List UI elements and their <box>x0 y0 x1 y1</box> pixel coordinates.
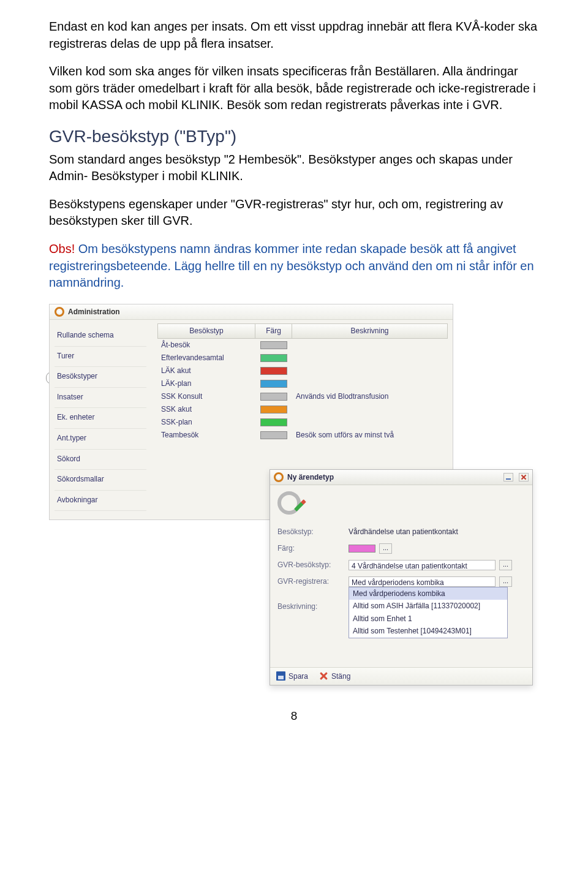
sidebar-item[interactable]: Ant.typer <box>55 429 146 450</box>
gvrbesokstyp-picker-button[interactable]: ... <box>499 560 512 570</box>
color-swatch <box>260 393 287 401</box>
dialog-title-text: Ny ärendetyp <box>287 472 334 483</box>
cell-color <box>255 380 292 388</box>
color-swatch <box>260 406 287 413</box>
input-gvrbesokstyp[interactable]: 4 Vårdhändelse utan patientkontakt <box>349 560 496 570</box>
label-farg: Färg: <box>277 543 345 554</box>
sidebar-item[interactable]: Insatser <box>55 388 146 409</box>
sidebar-item[interactable]: Ek. enheter <box>55 408 146 429</box>
col-besokstyp[interactable]: Besökstyp <box>157 323 255 339</box>
color-swatch <box>260 418 287 426</box>
gear-icon <box>274 472 284 482</box>
table-row[interactable]: SSK akut <box>157 403 448 416</box>
save-button[interactable]: Spara <box>276 671 308 682</box>
cell-color <box>255 367 292 375</box>
gvrregistrera-picker-button[interactable]: ... <box>499 576 512 587</box>
page-number: 8 <box>49 708 539 724</box>
dropdown-option[interactable]: Med vårdperiodens kombika <box>349 587 507 600</box>
value-besokstyp[interactable]: Vårdhändelse utan patientkontakt <box>349 527 525 537</box>
dialog-title-bar[interactable]: Ny ärendetyp <box>270 470 532 486</box>
para-besokstyp-1: Som standard anges besökstyp "2 Hembesök… <box>49 151 539 185</box>
color-swatch[interactable] <box>349 545 375 553</box>
heading-gvr-besokstyp: GVR-besökstyp ("BTyp") <box>49 125 539 149</box>
sidebar-item[interactable]: Sökord <box>55 450 146 470</box>
table-row[interactable]: SSK-plan <box>157 416 448 429</box>
sidebar-item[interactable]: Besökstyper <box>55 367 146 388</box>
minimize-icon[interactable] <box>503 473 513 481</box>
close-icon[interactable] <box>519 473 529 481</box>
dialog-footer: Spara Stäng <box>270 667 532 685</box>
cell-color <box>255 341 292 349</box>
sidebar-item[interactable]: Rullande schema <box>55 326 146 347</box>
label-gvrregistrera: GVR-registrera: <box>277 576 345 587</box>
cell-name: LÄK akut <box>157 366 255 376</box>
save-label: Spara <box>288 671 308 682</box>
color-picker-button[interactable]: ... <box>379 543 392 554</box>
dialog-form: Besökstyp: Vårdhändelse utan patientkont… <box>270 527 532 666</box>
admin-title-text: Administration <box>68 307 120 317</box>
cell-color <box>255 393 292 401</box>
cell-desc: Används vid Blodtransfusion <box>292 391 448 402</box>
table-body: Åt-besökEfterlevandesamtalLÄK akutLÄK-pl… <box>157 339 448 442</box>
table-row[interactable]: SSK KonsultAnvänds vid Blodtransfusion <box>157 390 448 403</box>
color-swatch <box>260 341 287 349</box>
dropdown-option[interactable]: Alltid som Enhet 1 <box>349 613 507 625</box>
sidebar-item[interactable]: Turer <box>55 347 146 368</box>
para-obs: Obs! Om besökstypens namn ändras kommer … <box>49 241 539 292</box>
close-button[interactable]: Stäng <box>319 671 350 682</box>
label-besokstyp: Besökstyp: <box>277 527 345 537</box>
cell-name: SSK Konsult <box>157 391 255 402</box>
admin-screenshot: Administration Rullande schemaTurerBesök… <box>49 304 527 684</box>
settings-edit-icon <box>277 491 304 518</box>
table-header: Besökstyp Färg Beskrivning <box>157 323 448 339</box>
label-beskrivning: Beskrivning: <box>277 602 345 612</box>
cell-color <box>255 418 292 426</box>
row-gvrbesokstyp: GVR-besökstyp: 4 Vårdhändelse utan patie… <box>277 560 525 570</box>
para-intro-1: Endast en kod kan anges per insats. Om e… <box>49 18 539 52</box>
cell-name: Åt-besök <box>157 340 255 350</box>
table-row[interactable]: LÄK akut <box>157 364 448 377</box>
dropdown-option[interactable]: Alltid som Testenhet [10494243M01] <box>349 625 507 638</box>
close-label: Stäng <box>331 671 350 682</box>
dialog-ny-arendetyp: Ny ärendetyp Besökstyp: Vårdhändelse uta… <box>270 469 533 685</box>
dialog-icon-area <box>270 485 532 527</box>
color-swatch <box>260 380 287 388</box>
table-row[interactable]: LÄK-plan <box>157 377 448 390</box>
table-row[interactable]: Efterlevandesamtal <box>157 352 448 364</box>
cell-name: SSK akut <box>157 404 255 415</box>
table-row[interactable]: TeambesökBesök som utförs av minst två <box>157 429 448 442</box>
para-intro-2: Vilken kod som ska anges för vilken insa… <box>49 63 539 114</box>
cell-name: LÄK-plan <box>157 379 255 389</box>
col-beskrivning[interactable]: Beskrivning <box>292 323 448 339</box>
row-farg: Färg: ... <box>277 543 525 554</box>
color-swatch <box>260 367 287 375</box>
sidebar-item[interactable]: Sökordsmallar <box>55 470 146 491</box>
color-swatch <box>260 431 287 439</box>
dropdown-option[interactable]: Alltid som ASIH Järfälla [11337020002] <box>349 600 507 613</box>
cell-desc: Besök som utförs av minst två <box>292 430 448 440</box>
gvrregistrera-dropdown[interactable]: Med vårdperiodens kombikaAlltid som ASIH… <box>349 587 508 638</box>
close-x-icon <box>319 671 328 681</box>
para-besokstyp-2: Besökstypens egenskaper under "GVR-regis… <box>49 196 539 230</box>
sidebar-item[interactable]: Avbokningar <box>55 491 146 512</box>
col-farg[interactable]: Färg <box>255 323 292 339</box>
input-gvrregistrera[interactable]: Med vårdperiodens kombika <box>349 576 496 587</box>
cell-name: Teambesök <box>157 430 255 440</box>
admin-sidebar: Rullande schemaTurerBesökstyperInsatserE… <box>55 323 146 511</box>
cell-color <box>255 431 292 439</box>
row-besokstyp: Besökstyp: Vårdhändelse utan patientkont… <box>277 527 525 537</box>
cell-color <box>255 354 292 362</box>
save-icon <box>276 671 285 681</box>
label-gvrbesokstyp: GVR-besökstyp: <box>277 560 345 570</box>
cell-name: SSK-plan <box>157 417 255 428</box>
cell-name: Efterlevandesamtal <box>157 353 255 363</box>
color-swatch <box>260 354 287 362</box>
admin-title-bar: Administration <box>50 304 453 320</box>
gear-icon <box>55 307 64 317</box>
cell-color <box>255 406 292 413</box>
table-row[interactable]: Åt-besök <box>157 339 448 352</box>
obs-label: Obs! <box>49 242 75 255</box>
obs-text: Om besökstypens namn ändras kommer inte … <box>49 242 534 289</box>
